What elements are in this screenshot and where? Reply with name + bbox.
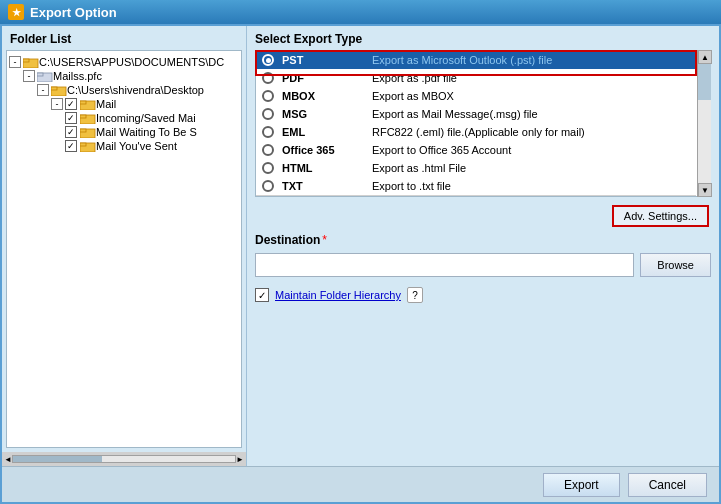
export-desc-txt: Export to .txt file	[372, 180, 690, 192]
export-row-mbox[interactable]: MBOX Export as MBOX	[256, 87, 696, 105]
expand-root[interactable]: -	[9, 56, 21, 68]
destination-label: Destination	[255, 233, 320, 247]
maintain-row: ✓ Maintain Folder Hierarchy ?	[255, 287, 711, 303]
expand-mail[interactable]: -	[51, 98, 63, 110]
destination-input[interactable]	[255, 253, 634, 277]
tree-item-mailss[interactable]: - Mailss.pfc	[7, 69, 241, 83]
export-row-html[interactable]: HTML Export as .html File	[256, 159, 696, 177]
svg-rect-5	[51, 87, 57, 90]
export-desc-msg: Export as Mail Message(.msg) file	[372, 108, 690, 120]
folder-icon-waiting	[80, 126, 96, 138]
folder-hscrollbar[interactable]: ◄ ►	[2, 452, 246, 466]
export-row-msg[interactable]: MSG Export as Mail Message(.msg) file	[256, 105, 696, 123]
folder-icon-incoming	[80, 112, 96, 124]
dialog: Folder List - C:\USERS\APPUS\DOCUMENTS\D…	[0, 24, 721, 504]
maintain-checkbox[interactable]: ✓	[255, 288, 269, 302]
export-row-eml[interactable]: EML RFC822 (.eml) file.(Applicable only …	[256, 123, 696, 141]
tree-label-waiting: Mail Waiting To Be S	[96, 126, 197, 138]
export-type-mbox: MBOX	[282, 90, 372, 102]
scroll-up-arrow[interactable]: ▲	[698, 50, 712, 64]
radio-txt[interactable]	[262, 180, 274, 192]
tree-item-incoming[interactable]: ✓ Incoming/Saved Mai	[7, 111, 241, 125]
export-type-msg: MSG	[282, 108, 372, 120]
folder-panel-title: Folder List	[2, 26, 246, 50]
export-type-o365: Office 365	[282, 144, 372, 156]
checkbox-incoming[interactable]: ✓	[65, 112, 77, 124]
tree-label-shivendra: C:\Users\shivendra\Desktop	[67, 84, 204, 96]
folder-icon-shivendra	[51, 84, 67, 96]
svg-rect-11	[80, 129, 86, 132]
folder-panel: Folder List - C:\USERS\APPUS\DOCUMENTS\D…	[2, 26, 247, 466]
tree-item-waiting[interactable]: ✓ Mail Waiting To Be S	[7, 125, 241, 139]
scroll-left-arrow[interactable]: ◄	[4, 455, 12, 464]
scroll-thumb-v	[698, 64, 711, 100]
browse-button[interactable]: Browse	[640, 253, 711, 277]
export-row-txt[interactable]: TXT Export to .txt file	[256, 177, 696, 196]
tree-label-incoming: Incoming/Saved Mai	[96, 112, 196, 124]
radio-o365[interactable]	[262, 144, 274, 156]
adv-settings-button[interactable]: Adv. Settings...	[612, 205, 709, 227]
adv-settings-row: Adv. Settings...	[255, 205, 711, 227]
export-button[interactable]: Export	[543, 473, 620, 497]
tree-label-root: C:\USERS\APPUS\DOCUMENTS\DC	[39, 56, 224, 68]
export-panel: Select Export Type PST Export as Microso…	[247, 26, 719, 466]
scroll-down-arrow[interactable]: ▼	[698, 183, 712, 197]
checkbox-mail[interactable]: ✓	[65, 98, 77, 110]
export-row-o365[interactable]: Office 365 Export to Office 365 Account	[256, 141, 696, 159]
export-desc-o365: Export to Office 365 Account	[372, 144, 690, 156]
tree-label-sent: Mail You've Sent	[96, 140, 177, 152]
radio-pst[interactable]	[262, 54, 274, 66]
export-desc-html: Export as .html File	[372, 162, 690, 174]
export-desc-eml: RFC822 (.eml) file.(Applicable only for …	[372, 126, 690, 138]
folder-icon-mailss	[37, 70, 53, 82]
tree-item-sent[interactable]: ✓ Mail You've Sent	[7, 139, 241, 153]
svg-rect-3	[37, 73, 43, 76]
folder-tree[interactable]: - C:\USERS\APPUS\DOCUMENTS\DC - Mail	[6, 50, 242, 448]
help-badge[interactable]: ?	[407, 287, 423, 303]
destination-label-row: Destination*	[255, 233, 711, 247]
cancel-button[interactable]: Cancel	[628, 473, 707, 497]
bottom-area: Adv. Settings... Destination* Browse ✓ M…	[247, 201, 719, 307]
radio-html[interactable]	[262, 162, 274, 174]
export-row-pdf[interactable]: PDF Export as .pdf file	[256, 69, 696, 87]
tree-label-mailss: Mailss.pfc	[53, 70, 102, 82]
radio-eml[interactable]	[262, 126, 274, 138]
export-row-pst[interactable]: PST Export as Microsoft Outlook (.pst) f…	[256, 51, 696, 69]
svg-rect-7	[80, 101, 86, 104]
export-type-list[interactable]: PST Export as Microsoft Outlook (.pst) f…	[255, 50, 711, 197]
scroll-right-arrow[interactable]: ►	[236, 455, 244, 464]
radio-mbox[interactable]	[262, 90, 274, 102]
export-type-txt: TXT	[282, 180, 372, 192]
expand-shivendra[interactable]: -	[37, 84, 49, 96]
title-bar: ★ Export Option	[0, 0, 721, 24]
tree-label-mail: Mail	[96, 98, 116, 110]
tree-item-mail[interactable]: - ✓ Mail	[7, 97, 241, 111]
export-desc-pst: Export as Microsoft Outlook (.pst) file	[372, 54, 690, 66]
export-type-html: HTML	[282, 162, 372, 174]
radio-pdf[interactable]	[262, 72, 274, 84]
svg-rect-9	[80, 115, 86, 118]
content-area: Folder List - C:\USERS\APPUS\DOCUMENTS\D…	[2, 26, 719, 466]
export-type-pst: PST	[282, 54, 372, 66]
svg-rect-13	[80, 143, 86, 146]
required-star: *	[322, 233, 327, 247]
export-type-eml: EML	[282, 126, 372, 138]
folder-icon-mail	[80, 98, 96, 110]
export-desc-mbox: Export as MBOX	[372, 90, 690, 102]
tree-item-shivendra[interactable]: - C:\Users\shivendra\Desktop	[7, 83, 241, 97]
scroll-track-v[interactable]	[698, 64, 711, 183]
dialog-title: Export Option	[30, 5, 117, 20]
tree-item-root[interactable]: - C:\USERS\APPUS\DOCUMENTS\DC	[7, 55, 241, 69]
radio-msg[interactable]	[262, 108, 274, 120]
export-desc-pdf: Export as .pdf file	[372, 72, 690, 84]
checkbox-sent[interactable]: ✓	[65, 140, 77, 152]
checkbox-waiting[interactable]: ✓	[65, 126, 77, 138]
export-vscrollbar[interactable]: ▲ ▼	[697, 50, 711, 197]
expand-mailss[interactable]: -	[23, 70, 35, 82]
scroll-thumb	[13, 456, 102, 462]
app-icon: ★	[8, 4, 24, 20]
footer: Export Cancel	[2, 466, 719, 502]
scroll-track[interactable]	[12, 455, 236, 463]
maintain-label[interactable]: Maintain Folder Hierarchy	[275, 289, 401, 301]
export-panel-title: Select Export Type	[247, 26, 719, 50]
